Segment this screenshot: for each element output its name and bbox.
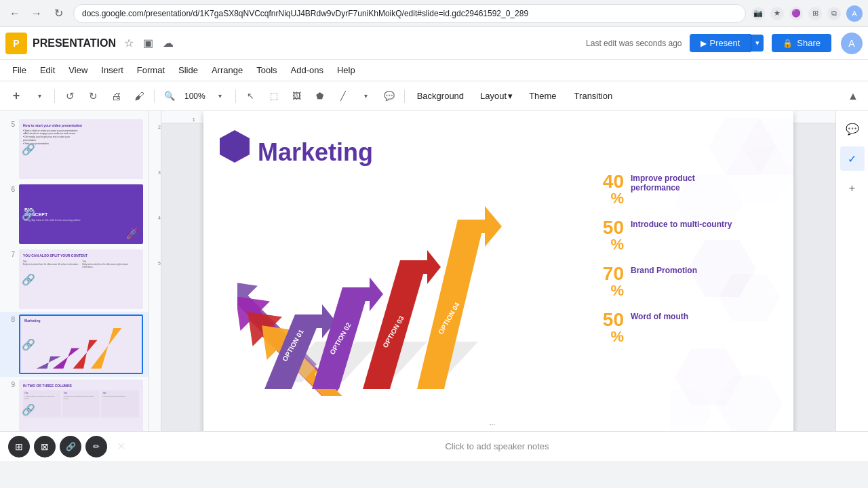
menu-arrange[interactable]: Arrange — [205, 62, 250, 78]
save-status: Last edit was seconds ago — [586, 39, 682, 48]
main-content: 5 How to start your video presentation •… — [0, 111, 868, 431]
grid-extension[interactable]: ⊞ — [808, 7, 822, 20]
refresh-button[interactable]: ↻ — [49, 4, 68, 23]
image-button[interactable]: 🖼 — [286, 85, 308, 107]
present-dropdown-button[interactable]: ▾ — [751, 35, 764, 52]
layout-label: Layout — [480, 91, 507, 101]
app-bar: P PRESENTATION ☆ ▣ ☁ Last edit was secon… — [0, 27, 868, 60]
toolbar-divider-2 — [154, 89, 155, 103]
menu-tools[interactable]: Tools — [250, 62, 283, 78]
star-extension[interactable]: ★ — [770, 7, 784, 20]
forward-button[interactable]: → — [27, 4, 46, 23]
share-label: Share — [797, 38, 821, 48]
slide-title: Marketing — [258, 138, 373, 167]
slide-thumb-6[interactable]: 6 BIG CONCEPT Bring Big Idea to life wit… — [0, 182, 149, 247]
redo-button[interactable]: ↻ — [82, 85, 104, 107]
slide-5-link-icon: 🔗 — [22, 143, 35, 156]
check-button[interactable]: ✓ — [840, 146, 865, 171]
stat-label-3: Brand Promotion — [631, 264, 697, 275]
lock-icon: 🔒 — [783, 39, 793, 48]
slide-7-link-icon: 🔗 — [22, 273, 35, 286]
comment-button[interactable]: 💬 — [378, 85, 400, 107]
region-select-button[interactable]: ⬚ — [263, 85, 285, 107]
stat-row-4: 50 % Word of mouth — [583, 310, 773, 344]
menu-addons[interactable]: Add-ons — [284, 62, 330, 78]
browser-profile-avatar[interactable]: A — [846, 5, 863, 22]
collapse-toolbar-button[interactable]: ▲ — [844, 87, 863, 106]
stat-value-4: 50 % — [583, 310, 624, 344]
back-button[interactable]: ← — [5, 4, 24, 23]
cursor-tool-button[interactable]: ↖ — [240, 85, 262, 107]
right-sidebar: 💬 ✓ + — [835, 111, 868, 431]
slide-img-5: How to start your video presentation • S… — [19, 119, 143, 179]
filmstrip-button[interactable]: ⊠ — [34, 436, 56, 458]
arrow-chart-svg: OPTION 01 OPTION 02 OPTION 03 OPTION 04 — [231, 179, 536, 409]
slide-9-link-icon: 🔗 — [22, 403, 35, 416]
stat-value-1: 40 % — [583, 172, 624, 206]
scroll-indicator: ··· — [490, 421, 495, 428]
undo-button[interactable]: ↺ — [59, 85, 81, 107]
slide-canvas[interactable]: Marketing — [203, 111, 793, 431]
link-button[interactable]: 🔗 — [60, 436, 81, 458]
add-slide-button[interactable]: + — [840, 176, 865, 201]
slide-num-5: 5 — [5, 119, 15, 128]
cloud-icon[interactable]: ☁ — [160, 34, 176, 52]
speaker-notes[interactable]: Click to add speaker notes — [134, 441, 860, 451]
slide-num-9: 9 — [5, 380, 15, 388]
slide-img-7: YOU CAN ALSO SPLIT YOUR CONTENT TitleBod… — [19, 249, 143, 309]
star-icon[interactable]: ☆ — [121, 34, 136, 52]
toolbar-divider-4 — [404, 89, 405, 103]
theme-button[interactable]: Theme — [521, 88, 564, 104]
slide-img-9: IN TWO OR THREE COLUMNS TitleContent her… — [19, 380, 143, 431]
pen-button[interactable]: ✏ — [85, 436, 107, 458]
slide-thumb-9[interactable]: 9 IN TWO OR THREE COLUMNS TitleContent h… — [0, 377, 149, 431]
add-dropdown-button[interactable]: ▾ — [28, 85, 50, 107]
slide-num-6: 6 — [5, 184, 15, 193]
app-bar-icons: ☆ ▣ ☁ — [121, 34, 176, 52]
layout-arrow-icon: ▾ — [508, 91, 513, 101]
menu-edit[interactable]: Edit — [33, 62, 62, 78]
stat-label-4: Word of mouth — [631, 310, 688, 321]
background-button[interactable]: Background — [409, 88, 472, 104]
stat-row-1: 40 % Improve product performance — [583, 172, 773, 206]
zoom-dropdown-button[interactable]: ▾ — [210, 85, 231, 107]
close-notes-button[interactable]: ✕ — [111, 437, 130, 456]
folder-icon[interactable]: ▣ — [140, 34, 156, 52]
line-dropdown-button[interactable]: ▾ — [355, 85, 377, 107]
slide-img-8: Marketing 🔗 — [19, 314, 143, 374]
browser-extensions: 📷 ★ 🟣 ⊞ ⧉ A — [751, 5, 863, 22]
layout-button[interactable]: Layout ▾ — [473, 88, 519, 104]
add-button[interactable]: + — [5, 85, 27, 107]
comments-button[interactable]: 💬 — [840, 117, 865, 141]
stat-row-3: 70 % Brand Promotion — [583, 264, 773, 298]
menu-slide[interactable]: Slide — [172, 62, 205, 78]
menu-help[interactable]: Help — [330, 62, 362, 78]
slide-thumb-7[interactable]: 7 YOU CAN ALSO SPLIT YOUR CONTENT TitleB… — [0, 247, 149, 312]
menu-format[interactable]: Format — [130, 62, 172, 78]
svg-marker-2 — [73, 340, 98, 369]
toolbar-divider-1 — [54, 89, 55, 103]
zoom-out-button[interactable]: 🔍 — [159, 85, 180, 107]
menu-insert[interactable]: Insert — [94, 62, 130, 78]
zoom-level: 100% — [182, 92, 208, 101]
transition-button[interactable]: Transition — [566, 88, 621, 104]
camera-extension[interactable]: 📷 — [751, 7, 765, 20]
stat-value-3: 70 % — [583, 264, 624, 298]
menu-file[interactable]: File — [5, 62, 33, 78]
address-bar[interactable]: docs.google.com/presentation/d/1K7gaSX8q… — [73, 4, 746, 23]
shape-button[interactable]: ⬟ — [309, 85, 331, 107]
slide-thumb-8[interactable]: 8 Marketing 🔗 — [0, 312, 149, 377]
share-button[interactable]: 🔒 Share — [772, 34, 831, 52]
purple-extension[interactable]: 🟣 — [789, 7, 803, 20]
slide-panel: 5 How to start your video presentation •… — [0, 111, 149, 431]
extensions-btn[interactable]: ⧉ — [827, 7, 841, 20]
print-button[interactable]: 🖨 — [105, 85, 127, 107]
line-button[interactable]: ╱ — [332, 85, 354, 107]
menu-view[interactable]: View — [62, 62, 94, 78]
user-avatar[interactable]: A — [841, 33, 863, 54]
stat-label-1: Improve product performance — [631, 172, 739, 192]
slide-thumb-5[interactable]: 5 How to start your video presentation •… — [0, 117, 149, 182]
grid-view-button[interactable]: ⊞ — [8, 436, 30, 458]
present-button[interactable]: ▶ Present — [690, 34, 751, 52]
paint-format-button[interactable]: 🖌 — [128, 85, 150, 107]
